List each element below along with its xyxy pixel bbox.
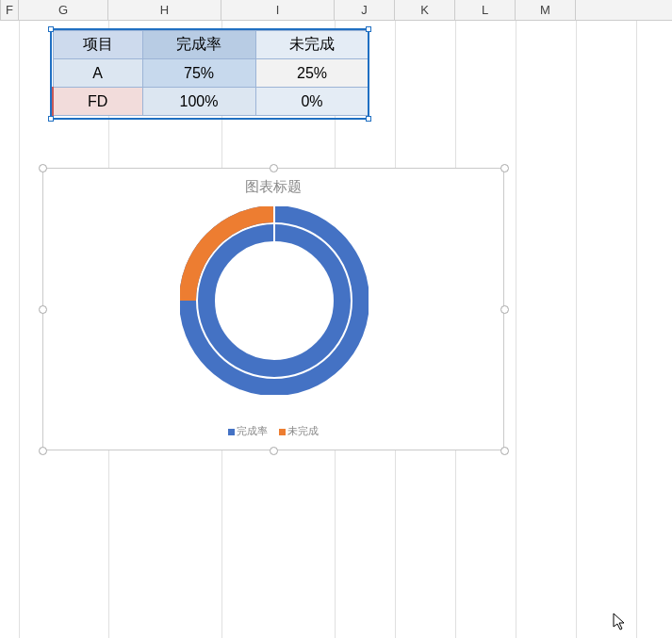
cell-complete-fd[interactable]: 100% <box>142 88 255 116</box>
chart-title[interactable]: 图表标题 <box>43 178 503 196</box>
col-header-l[interactable]: L <box>455 0 516 20</box>
inner-ring-complete[interactable] <box>206 233 342 368</box>
cell-complete-a[interactable]: 75% <box>142 59 255 88</box>
mouse-cursor-icon <box>613 613 628 636</box>
chart-resize-handle[interactable] <box>500 164 509 172</box>
chart-object[interactable]: 图表标题 完成率 未完成 <box>42 168 504 450</box>
cell-incomplete-fd[interactable]: 0% <box>255 88 369 116</box>
doughnut-chart[interactable] <box>180 206 369 395</box>
data-table[interactable]: 项目 完成率 未完成 A 75% 25% FD 100% 0% <box>52 30 369 116</box>
header-project[interactable]: 项目 <box>53 31 142 59</box>
col-header-h[interactable]: H <box>108 0 221 20</box>
selection-handle[interactable] <box>48 26 54 32</box>
table-row[interactable]: FD 100% 0% <box>53 88 369 116</box>
legend-swatch-incomplete <box>279 429 286 435</box>
legend-item-complete[interactable]: 完成率 <box>228 424 268 438</box>
chart-resize-handle[interactable] <box>500 447 509 455</box>
chart-resize-handle[interactable] <box>270 447 278 455</box>
selection-handle[interactable] <box>48 116 54 122</box>
col-header-j[interactable]: J <box>335 0 395 20</box>
worksheet-grid[interactable]: 项目 完成率 未完成 A 75% 25% FD 100% 0% 图表标题 <box>0 21 672 638</box>
chart-resize-handle[interactable] <box>500 305 509 314</box>
chart-resize-handle[interactable] <box>39 164 47 172</box>
chart-resize-handle[interactable] <box>39 305 47 314</box>
legend-label-incomplete: 未完成 <box>287 425 319 436</box>
header-complete[interactable]: 完成率 <box>142 31 255 59</box>
ring-gap <box>273 206 275 242</box>
chart-resize-handle[interactable] <box>39 447 47 455</box>
chart-resize-handle[interactable] <box>270 164 278 172</box>
selection-handle[interactable] <box>366 116 371 122</box>
legend-item-incomplete[interactable]: 未完成 <box>279 424 319 438</box>
cell-label-fd[interactable]: FD <box>53 88 142 116</box>
legend-swatch-complete <box>228 429 235 435</box>
col-header-m[interactable]: M <box>516 0 576 20</box>
legend-label-complete: 完成率 <box>237 425 268 436</box>
selection-handle[interactable] <box>366 26 371 32</box>
col-header-i[interactable]: I <box>221 0 335 20</box>
col-header-k[interactable]: K <box>395 0 455 20</box>
col-header-g[interactable]: G <box>19 0 108 20</box>
table-header-row[interactable]: 项目 完成率 未完成 <box>53 31 369 59</box>
cell-label-a[interactable]: A <box>53 59 142 88</box>
chart-legend[interactable]: 完成率 未完成 <box>43 424 503 438</box>
column-header-row: F G H I J K L M <box>0 0 672 21</box>
header-incomplete[interactable]: 未完成 <box>255 31 369 59</box>
col-header-f[interactable]: F <box>0 0 19 20</box>
table-row[interactable]: A 75% 25% <box>53 59 369 88</box>
cell-incomplete-a[interactable]: 25% <box>255 59 369 88</box>
